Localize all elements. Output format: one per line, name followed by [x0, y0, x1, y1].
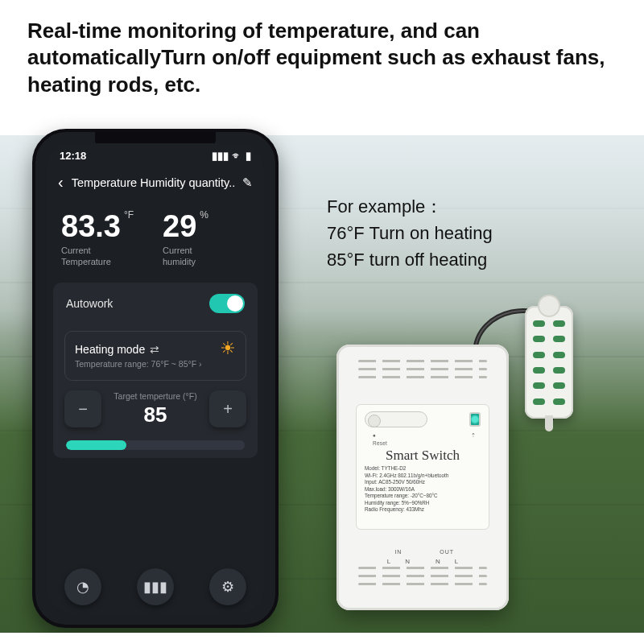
terminal-in: IN — [394, 549, 402, 555]
bottom-white-band — [0, 633, 644, 644]
wifi-icon: ᯤ — [232, 150, 242, 162]
humidity-sensor — [525, 306, 573, 419]
sun-icon: ☀ — [220, 338, 236, 359]
terminal-out: OUT — [440, 549, 454, 555]
autowork-label: Autowork — [66, 297, 113, 310]
autowork-row[interactable]: Autowork — [56, 283, 254, 324]
sensor-connector — [545, 415, 553, 431]
page-title: Temperature Humidity quantity... — [72, 176, 234, 189]
temperature-label-2: Temperature — [61, 257, 148, 266]
vent-top — [358, 354, 487, 384]
temperature-readout: 83.3°F Current Temperature — [61, 209, 148, 266]
device-panel: ●⇡ Reset Smart Switch Model: TYTHE-D2 Wi… — [356, 404, 489, 530]
swap-icon: ⇄ — [150, 343, 159, 356]
bottom-nav: ◔ ▮▮▮ ⚙ — [47, 568, 264, 605]
humidity-unit: % — [200, 209, 208, 221]
status-bar: 12:18 ▮▮▮ ᯤ ▮ — [47, 143, 264, 162]
reset-label: Reset — [373, 440, 387, 446]
wifi-up-icon: ⇡ — [471, 432, 476, 439]
phone-frame: 12:18 ▮▮▮ ᯤ ▮ ‹ Temperature Humidity qua… — [32, 129, 279, 628]
smart-switch-device: ●⇡ Reset Smart Switch Model: TYTHE-D2 Wi… — [336, 345, 509, 610]
spec-model: Model: TYTHE-D2 — [365, 465, 481, 473]
settings-card: Autowork ☀ Heating mode⇄ Temperature ran… — [53, 283, 258, 458]
temperature-unit: °F — [124, 209, 134, 221]
autowork-toggle[interactable] — [209, 294, 245, 313]
temperature-label-1: Current — [61, 246, 148, 255]
signal-icon: ▮▮▮ — [212, 150, 229, 162]
nav-timer-button[interactable]: ◔ — [64, 568, 101, 605]
status-time: 12:18 — [60, 150, 86, 162]
spec-wifi: Wi-Fi: 2.4GHz 802.11b/g/n+bluetooth — [365, 473, 481, 480]
device-specs: Model: TYTHE-D2 Wi-Fi: 2.4GHz 802.11b/g/… — [365, 465, 481, 514]
temperature-value: 83.3 — [61, 209, 121, 244]
humidity-readout: 29% Current humidity — [163, 209, 250, 266]
edit-button[interactable]: ✎ — [242, 175, 253, 190]
humidity-label-2: humidity — [163, 257, 250, 266]
back-button[interactable]: ‹ — [58, 173, 64, 192]
increase-button[interactable]: + — [209, 390, 246, 427]
nav-settings-button[interactable]: ⚙ — [209, 568, 246, 605]
nav-stats-button[interactable]: ▮▮▮ — [137, 568, 174, 605]
heating-mode-label: Heating mode — [75, 343, 145, 356]
vent-bottom — [358, 561, 487, 591]
headline-text: Real-time monitoring of temperature, and… — [27, 18, 620, 98]
phone-screen: 12:18 ▮▮▮ ᯤ ▮ ‹ Temperature Humidity qua… — [47, 143, 264, 613]
example-label: For example： — [327, 193, 493, 220]
spec-temp: Temperature range: -20°C~80°C — [365, 493, 481, 500]
reset-slider[interactable] — [365, 411, 427, 427]
sensor-grille — [533, 320, 565, 409]
temperature-range-label: Temperature range: 76°F ~ 85°F › — [75, 359, 236, 369]
status-icons: ▮▮▮ ᯤ ▮ — [212, 150, 251, 162]
example-line-1: 76°F Turn on heating — [327, 220, 493, 246]
humidity-label-1: Current — [163, 246, 250, 255]
progress-fill — [66, 440, 126, 450]
heating-mode-card[interactable]: ☀ Heating mode⇄ Temperature range: 76°F … — [64, 331, 246, 381]
spec-input: Input: AC85-250V 50/60Hz — [365, 479, 481, 486]
target-value: 85 — [101, 402, 209, 427]
spec-humidity: Humidity range: 5%~90%RH — [365, 500, 481, 507]
battery-icon: ▮ — [246, 150, 251, 162]
spec-load: Max.load: 3000W/16A — [365, 486, 481, 493]
example-line-2: 85°F turn off heating — [327, 246, 493, 273]
device-brand: Smart Switch — [365, 448, 481, 464]
target-label: Target temperture (°F) — [101, 391, 209, 401]
spec-rf: Radio Frequency: 433Mhz — [365, 506, 481, 514]
progress-bar[interactable] — [66, 440, 245, 450]
decrease-button[interactable]: − — [64, 390, 101, 427]
target-temperature: Target temperture (°F) 85 — [101, 391, 209, 427]
example-text-block: For example： 76°F Turn on heating 85°F t… — [327, 193, 493, 273]
status-led — [469, 412, 481, 427]
humidity-value: 29 — [163, 209, 196, 244]
